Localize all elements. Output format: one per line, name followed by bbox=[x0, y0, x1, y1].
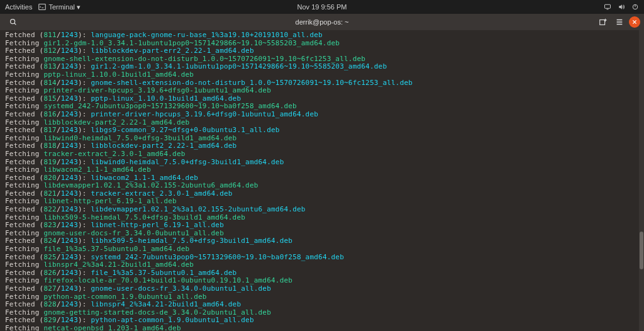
window-title: derrik@pop-os: ~ bbox=[296, 18, 349, 26]
log-line: Fetching netcat-openbsd_1.203-1_amd64.de… bbox=[5, 325, 639, 331]
svg-rect-0 bbox=[39, 4, 46, 10]
scrollbar-thumb[interactable] bbox=[640, 232, 643, 269]
svg-rect-1 bbox=[605, 4, 611, 8]
scrollbar[interactable] bbox=[639, 30, 644, 331]
power-icon[interactable] bbox=[631, 3, 639, 11]
close-button[interactable] bbox=[629, 16, 640, 28]
clock[interactable]: Nov 19 9:56 PM bbox=[297, 3, 347, 11]
svg-point-3 bbox=[11, 20, 15, 24]
hamburger-icon bbox=[615, 18, 624, 26]
new-tab-icon bbox=[599, 18, 608, 26]
display-icon[interactable] bbox=[604, 3, 611, 11]
app-menu[interactable]: Terminal ▾ bbox=[38, 3, 80, 11]
terminal-icon bbox=[38, 3, 46, 11]
terminal-output[interactable]: Fetched (811/1243): language-pack-gnome-… bbox=[0, 30, 644, 331]
activities-button[interactable]: Activities bbox=[5, 3, 32, 11]
gnome-topbar: Activities Terminal ▾ Nov 19 9:56 PM bbox=[0, 0, 644, 14]
svg-rect-4 bbox=[600, 20, 605, 25]
search-icon bbox=[9, 18, 18, 26]
search-button[interactable] bbox=[6, 16, 20, 28]
hamburger-menu-button[interactable] bbox=[613, 16, 626, 28]
close-icon bbox=[630, 18, 639, 26]
new-tab-button[interactable] bbox=[596, 16, 610, 28]
window-titlebar: derrik@pop-os: ~ bbox=[0, 14, 644, 30]
volume-icon[interactable] bbox=[618, 3, 625, 11]
